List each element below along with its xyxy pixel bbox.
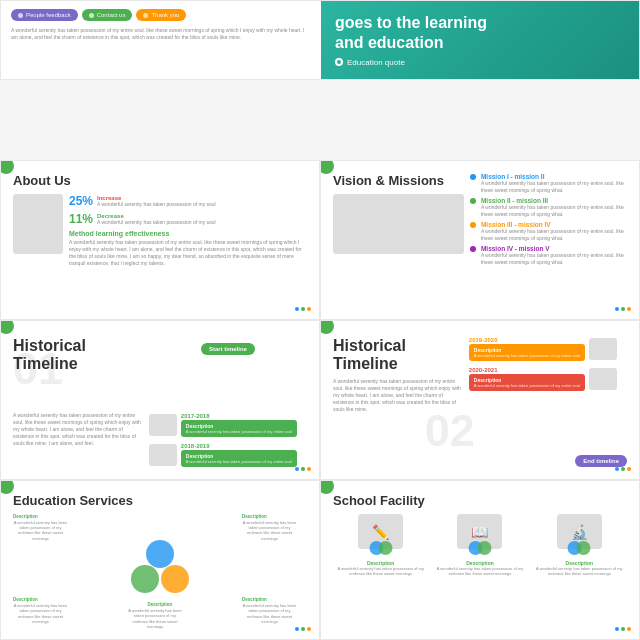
dot-orange: [627, 467, 631, 471]
dot-blue: [295, 467, 299, 471]
facility-2: 📖 Description A wonderful serenity has t…: [432, 514, 527, 576]
tl2-year-2: 2020-2021: [469, 367, 585, 373]
tl-year-1: 2017-2018: [181, 413, 297, 419]
stat-decrease: 11% Decrease A wonderful serenity has ta…: [69, 212, 307, 226]
tab-dot: [18, 13, 23, 18]
node2-label: Description: [242, 514, 307, 519]
edu-node-1: Description A wonderful serenity has bee…: [13, 514, 78, 541]
dot-green: [301, 467, 305, 471]
end-timeline-btn[interactable]: End timeline: [575, 455, 627, 467]
fac-icon-3: 🔬: [557, 514, 602, 549]
method-title: Method learning effectiveness: [69, 230, 307, 237]
tl2-item-2: 2020-2021 Description A wonderful sereni…: [469, 367, 627, 391]
mission-text-3: A wonderful serenity has taken possessio…: [481, 228, 627, 241]
corner-decoration: [0, 320, 14, 334]
dot-blue: [295, 627, 299, 631]
stat-increase: 25% Increase A wonderful serenity has ta…: [69, 194, 307, 208]
dot-blue: [615, 307, 619, 311]
dot-blue: [295, 307, 299, 311]
tl-year-2: 2018-2019: [181, 443, 297, 449]
dots-decoration: [295, 307, 311, 311]
vision-image: [333, 194, 464, 254]
fac-circle-green-3: [577, 541, 591, 555]
facility-1: ✏️ Description A wonderful serenity has …: [333, 514, 428, 576]
tl-image-2: [149, 444, 177, 466]
header-title: goes to the learningand education: [335, 13, 625, 51]
hist1-right: Start timeline 2017-2018 Description A w…: [149, 333, 307, 467]
mission-dot-2: [470, 198, 476, 204]
header-quote-row: Education quote: [335, 58, 625, 67]
node2-desc: A wonderful serenity has been taken poss…: [242, 520, 297, 541]
dot-orange: [307, 307, 311, 311]
slide-tabs: People feedback Contact us Thank you: [11, 9, 311, 21]
mission-title-3: Mission III - mission IV: [481, 221, 627, 228]
stat1-desc: A wonderful serenity has taken possessio…: [97, 201, 216, 207]
tab-people-feedback[interactable]: People feedback: [11, 9, 78, 21]
hist1-section: 01 HistoricalTimeline A wonderful sereni…: [0, 320, 320, 480]
mission-text-4: A wonderful serenity has taken possessio…: [481, 252, 627, 265]
tab-thankyou[interactable]: Thank you: [136, 9, 186, 21]
node1-label: Description: [13, 514, 78, 519]
about-us-section: About Us 25% Increase A wonderful sereni…: [0, 160, 320, 320]
fac-circle-green-1: [378, 541, 392, 555]
quote-dot-icon: [335, 58, 343, 66]
edu-node-4: Description A wonderful serenity has bee…: [242, 597, 307, 624]
facility-grid: ✏️ Description A wonderful serenity has …: [333, 514, 627, 576]
tl-box-2: Description A wonderful serenity has tak…: [181, 450, 297, 467]
start-timeline-btn[interactable]: Start timeline: [201, 343, 255, 355]
dot-green: [301, 307, 305, 311]
tab-contact[interactable]: Contact us: [82, 9, 133, 21]
header-right: goes to the learningand education Educat…: [321, 1, 639, 79]
facility-3: 🔬 Description A wonderful serenity has t…: [532, 514, 627, 576]
fac-circle-green-2: [477, 541, 491, 555]
edu-node-5: Description A wonderful serenity has bee…: [128, 602, 193, 629]
circle-diagram: [120, 534, 200, 604]
timeline-items: 2017-2018 Description A wonderful sereni…: [149, 413, 307, 467]
dots-decoration: [615, 627, 631, 631]
mission-title-2: Mission II - mission III: [481, 197, 627, 204]
about-stats: 25% Increase A wonderful serenity has ta…: [69, 194, 307, 267]
hist1-left: 01 HistoricalTimeline A wonderful sereni…: [13, 333, 145, 467]
tl-sub-1: A wonderful serenity has taken possessio…: [186, 429, 292, 434]
tl2-year-group-2: 2020-2021 Description A wonderful sereni…: [469, 367, 585, 391]
hist2-left: HistoricalTimeline A wonderful serenity …: [333, 333, 465, 467]
svg-point-2: [161, 565, 189, 593]
dot-orange: [627, 627, 631, 631]
about-image: [13, 194, 63, 254]
node3-desc: A wonderful serenity has been taken poss…: [13, 603, 68, 624]
tl-year-group-1: 2017-2018 Description A wonderful sereni…: [181, 413, 297, 437]
mission-dot-4: [470, 246, 476, 252]
tl2-year-group-1: 2019-2020 Description A wonderful sereni…: [469, 337, 585, 361]
dot-green: [621, 307, 625, 311]
end-btn-container: End timeline: [469, 449, 627, 467]
tab-dot: [143, 13, 148, 18]
tl2-image-2: [589, 368, 617, 390]
tl2-item-1: 2019-2020 Description A wonderful sereni…: [469, 337, 627, 361]
dots-decoration: [295, 467, 311, 471]
tl2-year-1: 2019-2020: [469, 337, 585, 343]
school-title: School Facility: [333, 493, 627, 508]
stat2-percent: 11%: [69, 212, 93, 226]
mission-dot-1: [470, 174, 476, 180]
dot-orange: [307, 627, 311, 631]
tab-label: Thank you: [151, 12, 179, 18]
dot-blue: [615, 467, 619, 471]
fac-icon-sym-1: ✏️: [372, 524, 389, 540]
hist2-timeline-items: 2019-2020 Description A wonderful sereni…: [469, 337, 627, 391]
stat1-info: Increase A wonderful serenity has taken …: [97, 195, 216, 207]
node3-label: Description: [13, 597, 78, 602]
dots-decoration: [615, 307, 631, 311]
fac-circles-3: [568, 541, 591, 555]
fac-icon-sym-2: 📖: [471, 524, 488, 540]
tl2-box-1: Description A wonderful serenity has tak…: [469, 344, 585, 361]
school-section: School Facility ✏️ Description A wonderf…: [320, 480, 640, 640]
mission-text-2: A wonderful serenity has taken possessio…: [481, 204, 627, 217]
hist1-body: A wonderful serenity has taken possessio…: [13, 412, 145, 447]
node5-label: Description: [128, 602, 193, 607]
svg-point-1: [131, 565, 159, 593]
edu-services-section: Education Services Description A wonderf…: [0, 480, 320, 640]
stat1-percent: 25%: [69, 194, 93, 208]
tl-item-2: 2018-2019 Description A wonderful sereni…: [149, 443, 307, 467]
node5-desc: A wonderful serenity has been taken poss…: [128, 608, 183, 629]
mission-content-4: Mission IV - mission V A wonderful seren…: [481, 245, 627, 265]
